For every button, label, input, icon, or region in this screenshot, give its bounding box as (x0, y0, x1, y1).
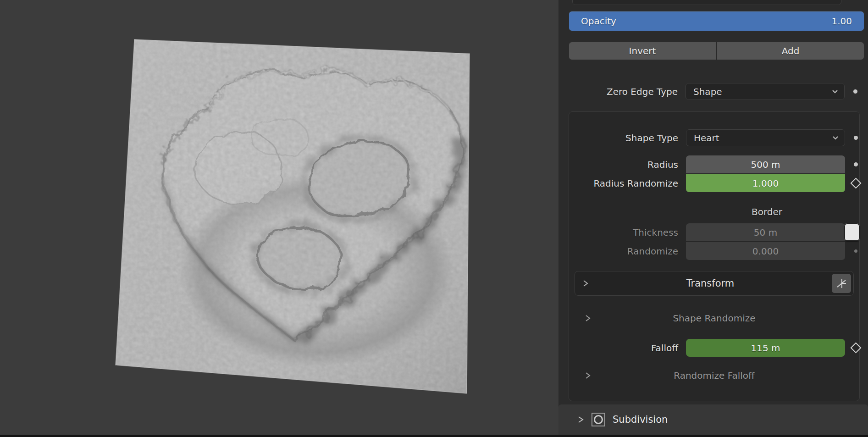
radius-label: Radius (570, 155, 678, 173)
zero-edge-type-row: Zero Edge Type Shape (570, 83, 866, 100)
opacity-value: 1.00 (831, 16, 852, 27)
shape-type-value: Heart (694, 133, 719, 144)
radius-randomize-label: Radius Randomize (570, 174, 678, 192)
top-partial-field[interactable] (572, 0, 841, 5)
decorator-dot[interactable] (854, 136, 858, 140)
chevron-right-icon (577, 415, 584, 425)
thickness-field[interactable]: 50 m (686, 223, 845, 241)
shape-type-dropdown[interactable]: Heart (686, 129, 845, 146)
transform-axes-button[interactable] (832, 274, 851, 293)
falloff-row: Falloff 115 m (570, 339, 867, 357)
falloff-field[interactable]: 115 m (686, 339, 845, 357)
add-button[interactable]: Add (717, 42, 864, 60)
viewport-3d[interactable] (0, 0, 558, 437)
zero-edge-type-dropdown[interactable]: Shape (686, 83, 845, 100)
border-checkbox[interactable] (844, 223, 860, 241)
subdivision-modifier-icon (591, 412, 606, 427)
randomize-falloff-header[interactable]: Randomize Falloff (569, 367, 859, 384)
zero-edge-type-value: Shape (693, 86, 722, 97)
decorator-dot[interactable] (854, 249, 857, 253)
keyframe-diamond-icon[interactable] (850, 177, 861, 188)
radius-randomize-row: Radius Randomize 1.000 (570, 174, 867, 192)
blender-window: Opacity 1.00 Invert Add Zero Edge Type S… (0, 0, 868, 437)
chevron-down-icon (831, 86, 839, 97)
window-bottom-edge (0, 435, 868, 437)
invert-button[interactable]: Invert (569, 42, 716, 60)
randomize-falloff-title: Randomize Falloff (569, 370, 859, 381)
invert-add-button-row: Invert Add (569, 42, 864, 60)
transform-panel-header[interactable]: Transform (575, 271, 854, 296)
border-randomize-row: Randomize 0.000 (570, 242, 867, 260)
shape-subpanel: Shape Type Heart Radius 500 m Radius Ran… (569, 111, 860, 401)
transform-axes-icon (835, 277, 847, 289)
zero-edge-type-label: Zero Edge Type (570, 83, 678, 100)
thickness-label: Thickness (570, 223, 678, 241)
opacity-label: Opacity (581, 16, 616, 27)
shape-randomize-title: Shape Randomize (569, 313, 859, 324)
decorator-dot[interactable] (854, 162, 858, 166)
transform-title: Transform (589, 278, 832, 289)
decorator-dot[interactable] (853, 89, 857, 94)
radius-field[interactable]: 500 m (686, 155, 845, 173)
falloff-label: Falloff (570, 339, 678, 357)
border-randomize-field[interactable]: 0.000 (686, 242, 845, 260)
shape-type-label: Shape Type (570, 129, 678, 146)
shape-type-row: Shape Type Heart (570, 129, 867, 146)
border-randomize-label: Randomize (570, 242, 678, 260)
radius-row: Radius 500 m (570, 155, 867, 173)
opacity-slider[interactable]: Opacity 1.00 (569, 11, 864, 31)
shape-randomize-header[interactable]: Shape Randomize (569, 309, 859, 327)
subdivision-title: Subdivision (613, 414, 668, 425)
keyframe-diamond-icon[interactable] (850, 342, 861, 353)
border-header: Border (687, 206, 846, 217)
subdivision-panel-header[interactable]: Subdivision (558, 404, 868, 435)
chevron-down-icon (832, 133, 839, 144)
chevron-right-icon (582, 279, 589, 288)
thickness-row: Thickness 50 m (570, 223, 845, 241)
terrain-heightmap-plane (0, 0, 558, 437)
properties-panel: Opacity 1.00 Invert Add Zero Edge Type S… (558, 0, 868, 437)
radius-randomize-field[interactable]: 1.000 (686, 174, 845, 192)
